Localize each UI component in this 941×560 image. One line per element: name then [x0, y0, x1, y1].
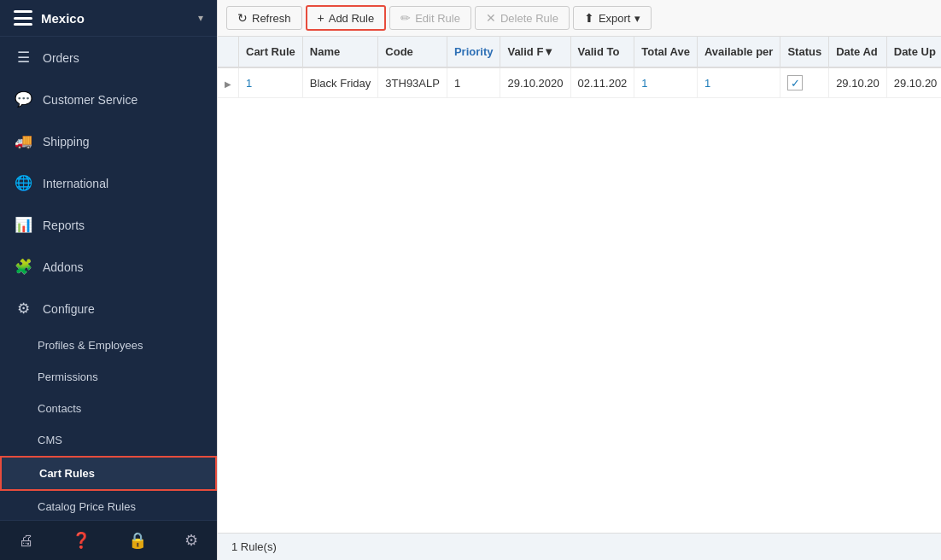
sidebar-item-addons[interactable]: 🧩 Addons: [0, 246, 217, 288]
cell-available-per: 1: [697, 67, 780, 98]
reports-icon: 📊: [14, 216, 32, 234]
sidebar-item-cart-rules[interactable]: Cart Rules: [0, 456, 217, 491]
customer-service-icon: 💬: [14, 90, 32, 108]
hamburger-icon[interactable]: [14, 10, 32, 26]
col-valid-from[interactable]: Valid F▼: [500, 37, 570, 67]
export-icon: ⬆: [584, 11, 594, 25]
chevron-down-icon[interactable]: ▾: [198, 12, 203, 24]
sidebar-item-customer-service[interactable]: 💬 Customer Service: [0, 79, 217, 120]
edit-rule-button[interactable]: ✏ Edit Rule: [389, 6, 471, 30]
cell-total-available: 1: [634, 67, 698, 98]
delete-rule-button[interactable]: ✕ Delete Rule: [475, 6, 570, 30]
sidebar-item-shipping[interactable]: 🚚 Shipping: [0, 120, 217, 162]
cell-cart-rule: 1: [239, 67, 303, 98]
cell-name: Black Friday: [302, 67, 378, 98]
cart-rules-table: Cart Rule Name Code Priority Valid F▼ Va…: [218, 37, 941, 98]
configure-icon: ⚙: [14, 300, 32, 318]
sidebar-item-label: Orders: [43, 51, 79, 65]
sidebar-header[interactable]: Mexico ▾: [0, 0, 217, 37]
toolbar: ↻ Refresh + Add Rule ✏ Edit Rule ✕ Delet…: [218, 0, 941, 37]
sidebar-item-label: International: [43, 177, 108, 190]
sidebar-item-label: Configure: [43, 302, 95, 316]
export-button[interactable]: ⬆ Export ▾: [573, 6, 652, 30]
col-valid-to[interactable]: Valid To: [570, 37, 634, 67]
sidebar-item-contacts[interactable]: Contacts: [0, 393, 217, 424]
status-bar: 1 Rule(s): [218, 533, 941, 560]
sidebar-footer: 🖨 ❓ 🔒 ⚙: [0, 520, 217, 560]
cell-valid-to: 02.11.202: [570, 67, 634, 98]
cell-code: 3TH93ALP: [378, 67, 447, 98]
shipping-icon: 🚚: [14, 132, 32, 150]
table-container: Cart Rule Name Code Priority Valid F▼ Va…: [218, 37, 941, 533]
store-name-label: Mexico: [41, 11, 85, 26]
cell-date-added: 29.10.20: [829, 67, 887, 98]
sidebar-item-orders[interactable]: ☰ Orders: [0, 37, 217, 79]
edit-icon: ✏: [400, 11, 411, 25]
col-priority[interactable]: Priority: [447, 37, 500, 67]
status-checkbox[interactable]: ✓: [787, 75, 803, 90]
sidebar-item-reports[interactable]: 📊 Reports: [0, 204, 217, 246]
sidebar-nav: ☰ Orders 💬 Customer Service 🚚 Shipping 🌐…: [0, 37, 217, 520]
sidebar-item-international[interactable]: 🌐 International: [0, 162, 217, 204]
refresh-button[interactable]: ↻ Refresh: [226, 6, 302, 30]
sidebar: Mexico ▾ ☰ Orders 💬 Customer Service 🚚 S…: [0, 0, 217, 560]
addons-icon: 🧩: [14, 258, 32, 276]
add-rule-button[interactable]: + Add Rule: [306, 5, 387, 31]
lock-icon[interactable]: 🔒: [128, 531, 147, 550]
sidebar-item-label: Customer Service: [43, 93, 137, 107]
col-cart-rule[interactable]: Cart Rule: [239, 37, 303, 67]
col-expand: [218, 37, 239, 67]
print-icon[interactable]: 🖨: [19, 532, 34, 550]
sidebar-item-profiles-employees[interactable]: Profiles & Employees: [0, 330, 217, 361]
sidebar-item-label: Reports: [43, 219, 85, 232]
sidebar-item-cms[interactable]: CMS: [0, 424, 217, 456]
col-name[interactable]: Name: [302, 37, 378, 67]
refresh-icon: ↻: [237, 11, 248, 25]
col-available-per[interactable]: Available per: [697, 37, 780, 67]
sidebar-item-label: Shipping: [43, 135, 90, 149]
col-date-updated[interactable]: Date Up: [886, 37, 941, 67]
col-date-added[interactable]: Date Ad: [829, 37, 887, 67]
row-expand-arrow[interactable]: ▶: [225, 79, 231, 89]
sidebar-item-configure[interactable]: ⚙ Configure: [0, 288, 217, 330]
export-dropdown-arrow: ▾: [634, 12, 640, 25]
orders-icon: ☰: [14, 49, 32, 67]
table-row[interactable]: ▶ 1 Black Friday 3TH93ALP 1 29.10.2020 0…: [218, 67, 941, 98]
sidebar-item-permissions[interactable]: Permissions: [0, 361, 217, 393]
delete-icon: ✕: [486, 11, 496, 25]
rules-count-label: 1 Rule(s): [231, 540, 277, 553]
cell-date-updated: 29.10.20: [886, 67, 941, 98]
international-icon: 🌐: [14, 174, 32, 192]
sidebar-item-label: Addons: [43, 260, 83, 274]
cell-priority: 1: [447, 67, 500, 98]
cell-status: ✓: [780, 67, 829, 98]
col-total-available[interactable]: Total Ave: [634, 37, 698, 67]
add-icon: +: [318, 11, 324, 25]
main-content: ↻ Refresh + Add Rule ✏ Edit Rule ✕ Delet…: [217, 0, 941, 560]
col-code[interactable]: Code: [378, 37, 447, 67]
cell-valid-from: 29.10.2020: [500, 67, 570, 98]
sidebar-item-catalog-price-rules[interactable]: Catalog Price Rules: [0, 491, 217, 520]
settings-icon[interactable]: ⚙: [184, 531, 198, 550]
col-status[interactable]: Status: [780, 37, 829, 67]
help-icon[interactable]: ❓: [72, 531, 91, 550]
